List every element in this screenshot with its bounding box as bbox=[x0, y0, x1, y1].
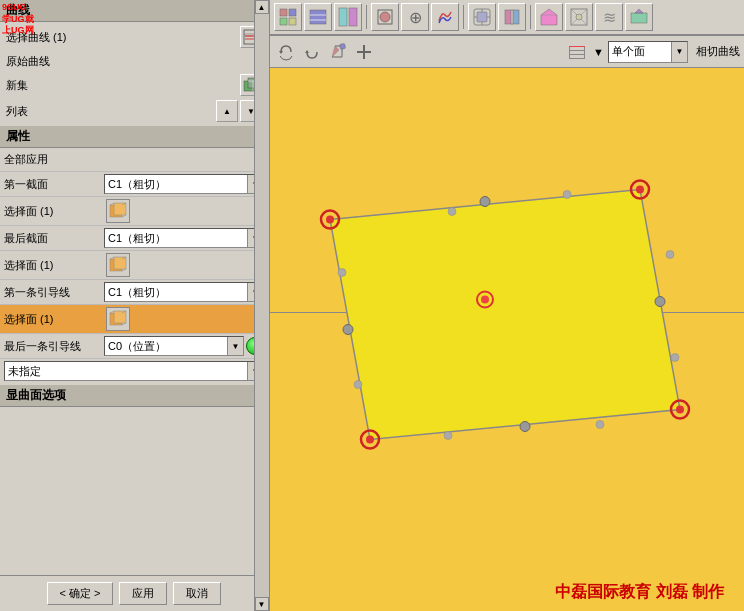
toolbar-btn-5[interactable]: ⊕ bbox=[401, 3, 429, 31]
left-panel: 曲线 ∧ 选择曲线 (1) 原始曲线 新集 bbox=[0, 0, 270, 611]
unspecified-dropdown[interactable]: 未指定 ▼ bbox=[4, 361, 264, 381]
last-face-value: C1（粗切） bbox=[105, 231, 247, 246]
ok-button[interactable]: < 确定 > bbox=[47, 582, 114, 605]
unspecified-row: 未指定 ▼ bbox=[0, 359, 268, 383]
svg-point-83 bbox=[338, 269, 346, 277]
list-icon-up[interactable]: ▲ bbox=[216, 100, 238, 122]
select-face2-icon[interactable] bbox=[106, 253, 130, 277]
surface-svg bbox=[270, 68, 744, 611]
first-face-value: C1（粗切） bbox=[105, 177, 247, 192]
first-face-dropdown[interactable]: C1（粗切） ▼ bbox=[104, 174, 264, 194]
svg-rect-62 bbox=[569, 58, 585, 59]
top-toolbar: ⊕ bbox=[270, 0, 744, 36]
svg-point-73 bbox=[655, 297, 665, 307]
viewport: 中磊国际教育 刘磊 制作 bbox=[270, 68, 744, 611]
first-face-row: 第一截面 C1（粗切） ▼ bbox=[0, 172, 268, 197]
bottom-buttons: < 确定 > 应用 取消 bbox=[0, 575, 268, 611]
toolbar-btn-1[interactable] bbox=[274, 3, 302, 31]
svg-rect-59 bbox=[569, 54, 585, 55]
svg-marker-53 bbox=[305, 50, 309, 53]
svg-rect-27 bbox=[310, 10, 326, 24]
svg-rect-9 bbox=[114, 203, 126, 215]
svg-rect-31 bbox=[349, 8, 357, 26]
new-set-label: 新集 bbox=[6, 78, 240, 93]
guide1-row: 第一条引导线 C1（粗切） ▼ bbox=[0, 280, 268, 305]
svg-rect-40 bbox=[505, 10, 511, 24]
cancel-button[interactable]: 取消 bbox=[173, 582, 221, 605]
svg-rect-50 bbox=[631, 13, 647, 23]
svg-rect-24 bbox=[289, 9, 296, 16]
separator-3 bbox=[530, 5, 531, 29]
left-scrollbar[interactable]: ▲ ▼ bbox=[254, 0, 268, 611]
svg-rect-60 bbox=[569, 47, 570, 59]
svg-marker-51 bbox=[635, 9, 643, 13]
last-face-dropdown[interactable]: C1（粗切） ▼ bbox=[104, 228, 264, 248]
separator-2 bbox=[463, 5, 464, 29]
select-face3-row: 选择面 (1) bbox=[0, 305, 268, 334]
face-type-dropdown[interactable]: 单个面 ▼ bbox=[608, 41, 688, 63]
svg-marker-44 bbox=[541, 9, 557, 25]
unspecified-value: 未指定 bbox=[5, 364, 247, 379]
svg-line-20 bbox=[110, 311, 114, 313]
svg-rect-30 bbox=[339, 8, 347, 26]
svg-point-65 bbox=[326, 216, 334, 224]
properties-section-title: 属性 bbox=[6, 128, 30, 145]
toolbar-btn-2[interactable] bbox=[304, 3, 332, 31]
toolbar-btn-8[interactable] bbox=[498, 3, 526, 31]
svg-point-76 bbox=[448, 208, 456, 216]
guide2-dropdown[interactable]: C0（位置） ▼ bbox=[104, 336, 244, 356]
toolbar-btn-9[interactable] bbox=[535, 3, 563, 31]
scroll-up-btn[interactable]: ▲ bbox=[255, 0, 269, 14]
svg-rect-57 bbox=[569, 46, 585, 47]
face-selector-area: ▼ 单个面 ▼ 相切曲线 bbox=[565, 40, 740, 64]
apply-all-row: 全部应用 bbox=[0, 148, 268, 172]
select-face3-label: 选择面 (1) bbox=[4, 312, 104, 327]
scroll-down-btn[interactable]: ▼ bbox=[255, 597, 269, 611]
toolbar-btn-10[interactable] bbox=[565, 3, 593, 31]
properties-section-header[interactable]: 属性 ∧ bbox=[0, 126, 268, 148]
edit-icon[interactable] bbox=[326, 40, 350, 64]
select-face1-icon[interactable] bbox=[106, 199, 130, 223]
svg-rect-14 bbox=[114, 257, 126, 269]
toolbar-btn-6[interactable] bbox=[431, 3, 459, 31]
guide2-arrow[interactable]: ▼ bbox=[227, 337, 243, 355]
select-face3-icon[interactable] bbox=[106, 307, 130, 331]
toolbar-btn-11[interactable]: ≋ bbox=[595, 3, 623, 31]
last-face-row: 最后截面 C1（粗切） ▼ bbox=[0, 226, 268, 251]
adjacent-label: 相切曲线 bbox=[696, 44, 740, 59]
plus-icon[interactable] bbox=[352, 40, 376, 64]
last-face-label: 最后截面 bbox=[4, 231, 104, 246]
svg-rect-35 bbox=[477, 12, 487, 22]
bottom-text: 中磊国际教育 刘磊 制作 bbox=[555, 582, 724, 603]
svg-line-12 bbox=[122, 215, 126, 217]
more-options-header[interactable]: 显曲面选项 ∨ bbox=[0, 385, 268, 407]
properties-content: 全部应用 第一截面 C1（粗切） ▼ 选择面 (1) bbox=[0, 148, 268, 575]
face-type-arrow[interactable]: ▼ bbox=[671, 42, 687, 62]
watermark: 9SUG 学UG就 上UG网 bbox=[0, 0, 60, 60]
svg-rect-41 bbox=[513, 10, 519, 24]
toolbar-btn-7[interactable] bbox=[468, 3, 496, 31]
face-dropdown-label: ▼ bbox=[593, 46, 604, 58]
svg-point-74 bbox=[520, 422, 530, 432]
svg-point-33 bbox=[380, 12, 390, 22]
toolbar-btn-4[interactable] bbox=[371, 3, 399, 31]
toolbar-btn-12[interactable] bbox=[625, 3, 653, 31]
svg-point-71 bbox=[366, 436, 374, 444]
select-face1-row: 选择面 (1) bbox=[0, 197, 268, 226]
face-icon[interactable] bbox=[565, 40, 589, 64]
svg-point-77 bbox=[563, 191, 571, 199]
zoom-icon[interactable] bbox=[300, 40, 324, 64]
svg-rect-25 bbox=[280, 18, 287, 25]
rotate-icon[interactable] bbox=[274, 40, 298, 64]
toolbar-btn-3[interactable] bbox=[334, 3, 362, 31]
apply-button[interactable]: 应用 bbox=[119, 582, 167, 605]
svg-line-10 bbox=[110, 203, 114, 205]
svg-rect-19 bbox=[114, 311, 126, 323]
guide1-dropdown[interactable]: C1（粗切） ▼ bbox=[104, 282, 264, 302]
svg-point-49 bbox=[576, 14, 582, 20]
svg-line-15 bbox=[110, 257, 114, 259]
guide2-row: 最后一条引导线 C0（位置） ▼ bbox=[0, 334, 268, 359]
svg-marker-52 bbox=[279, 51, 283, 54]
svg-point-79 bbox=[671, 354, 679, 362]
apply-all-label: 全部应用 bbox=[4, 152, 104, 167]
